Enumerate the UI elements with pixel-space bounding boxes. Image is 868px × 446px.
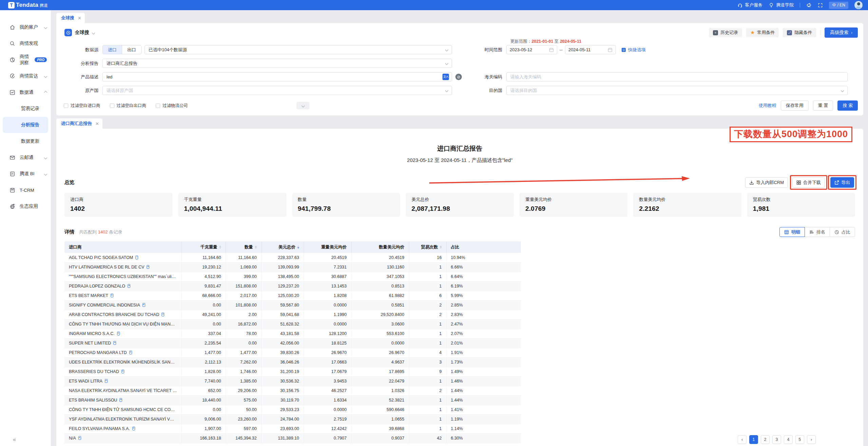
company-profile-icon[interactable] [105, 379, 108, 383]
sidebar-item-my-account[interactable]: 我的账户 [0, 19, 51, 35]
view-proportion-button[interactable]: 占比 [830, 227, 855, 237]
history-button[interactable]: ≡ 历史记录 [709, 28, 742, 37]
tab-global-search[interactable]: 全球搜 ✕ [56, 13, 85, 23]
cell-pct: 2.85% [446, 300, 521, 310]
sidebar-item-tcrm[interactable]: T-CRM [0, 182, 51, 198]
sidebar-item-insight[interactable]: 商情洞察 PRO [0, 52, 51, 68]
academy-button[interactable]: 腾道学院 [769, 2, 794, 8]
sidebar-collapse-button[interactable]: « [13, 436, 16, 443]
cell-kg: 19,230.12 [182, 262, 226, 272]
cell-kg_avg: 26.9670 [304, 348, 351, 357]
sort-icon[interactable] [440, 246, 442, 249]
table-row: SIGNIFY COMMERCIAL INDONESIA0.00101,808.… [64, 300, 521, 310]
company-profile-icon[interactable] [128, 284, 130, 288]
export-toggle[interactable]: 出口 [122, 45, 141, 54]
stat-card: 美元总价2,087,171.98 [406, 193, 514, 217]
page-button-3[interactable]: 3 [772, 435, 781, 444]
sidebar-item-radar[interactable]: 商情雷达 [0, 68, 51, 84]
filter-logistics-checkbox[interactable]: 过滤物流公司 [156, 103, 188, 109]
sidebar-item-discovery[interactable]: 商情发现 [0, 35, 51, 52]
sidebar-item-eco-apps[interactable]: 生态应用 [0, 198, 51, 215]
company-profile-icon[interactable] [147, 265, 149, 269]
company-profile-icon[interactable] [162, 313, 164, 316]
sidebar-item-analysis-report[interactable]: 分析报告 [3, 117, 48, 133]
close-icon[interactable]: ✕ [95, 121, 99, 126]
merge-download-button[interactable]: 合并下载 [792, 177, 825, 188]
company-profile-icon[interactable] [113, 341, 116, 345]
avatar[interactable] [854, 1, 863, 9]
sidebar-item-cloud-mail[interactable]: 云邮通 [0, 149, 51, 166]
company-profile-icon[interactable] [121, 370, 124, 373]
collapse-form-button[interactable] [297, 102, 309, 109]
export-button[interactable]: 导出 [830, 177, 854, 188]
announcement-button[interactable] [806, 2, 812, 8]
column-header-kg[interactable]: 千克重量 [182, 241, 226, 253]
page-button-1[interactable]: 1 [749, 435, 758, 444]
checkbox[interactable] [156, 104, 160, 108]
translate-icon[interactable]: 文A [442, 74, 449, 80]
page-button-5[interactable]: 5 [795, 435, 804, 444]
quick-options-link[interactable]: 快捷选项 [621, 47, 646, 53]
logo-cn-text: 腾道 [40, 3, 48, 8]
report-type-select[interactable]: 进口商汇总报告 [102, 59, 452, 68]
cell-usd: 39,830.26 [261, 348, 304, 357]
reset-button[interactable]: 重 置 [813, 100, 833, 111]
sort-icon[interactable] [255, 246, 257, 249]
view-detail-button[interactable]: 明细 [779, 227, 805, 237]
sort-icon[interactable] [219, 246, 221, 249]
sidebar-item-trade-records[interactable]: 贸易记录 [0, 100, 51, 117]
language-toggle[interactable]: 中 / EN [829, 2, 848, 9]
date-to-input[interactable]: 2024-05-11 [565, 45, 616, 54]
overview-label: 总览 [64, 179, 74, 186]
company-profile-icon[interactable] [143, 303, 145, 307]
cell-qty: 1,477.00 [226, 348, 261, 357]
product-desc-input[interactable]: led 文A ⊘ [102, 72, 452, 81]
cell-kg: 0.00 [182, 405, 226, 414]
filter-blank-exporter-checkbox[interactable]: 过滤空白出口商 [110, 103, 147, 109]
company-profile-icon[interactable] [111, 294, 113, 297]
column-header-kg_avg: 重量美元均价 [304, 241, 351, 253]
import-toggle[interactable]: 进口 [103, 45, 122, 54]
advanced-search-button[interactable]: 高级搜索 › [825, 27, 858, 38]
tab-importer-summary-report[interactable]: 进口商汇总报告 ✕ [56, 118, 102, 129]
checkbox[interactable] [64, 104, 68, 108]
calendar-icon [608, 48, 612, 52]
hs-code-input[interactable]: 请输入海关编码 [506, 72, 848, 81]
sidebar-item-bi[interactable]: 腾道 BI [0, 166, 51, 182]
sidebar-item-datatong[interactable]: 数据通 [0, 84, 51, 100]
page-button-2[interactable]: 2 [761, 435, 770, 444]
customer-service-button[interactable]: 客户服务 [737, 2, 762, 8]
data-source-select[interactable]: 已选中104个数据源 [145, 45, 452, 54]
company-profile-icon[interactable] [78, 436, 81, 440]
close-icon[interactable]: ✕ [78, 16, 81, 21]
tutorial-link[interactable]: 使用教程 [759, 103, 776, 109]
favorite-conditions-button[interactable]: ★ 常用条件 [746, 28, 779, 37]
scope-selector[interactable]: 全球搜 [62, 29, 95, 36]
column-header-usd[interactable]: 美元总价 [261, 241, 304, 253]
page-button-›[interactable]: › [807, 435, 816, 444]
view-ranking-button[interactable]: 排名 [805, 227, 830, 237]
page-button-4[interactable]: 4 [784, 435, 793, 444]
sidebar-item-data-update[interactable]: 数据更新 [0, 133, 51, 149]
company-profile-icon[interactable] [132, 427, 135, 430]
save-conditions-button[interactable]: 保存常用 [781, 100, 809, 111]
import-to-crm-button[interactable]: 导入内部CRM [745, 177, 788, 188]
filter-blank-importer-checkbox[interactable]: 过滤空白进口商 [64, 103, 100, 109]
page-button-‹[interactable]: ‹ [738, 435, 747, 444]
company-profile-icon[interactable] [135, 256, 138, 259]
column-header-qty[interactable]: 数量 [226, 241, 261, 253]
sidebar-item-label: 云邮通 [20, 154, 34, 161]
fullscreen-button[interactable] [818, 3, 823, 8]
cell-qty: 29,206.00 [226, 386, 261, 395]
company-profile-icon[interactable] [129, 351, 132, 354]
sort-icon[interactable] [297, 246, 299, 249]
dest-country-select[interactable]: 请选择目的国 [506, 86, 848, 95]
company-profile-icon[interactable] [117, 332, 120, 335]
company-profile-icon[interactable] [119, 398, 122, 402]
column-header-times[interactable]: 贸易次数 [409, 241, 446, 253]
checkbox[interactable] [110, 104, 114, 108]
date-from-input[interactable]: 2023-05-12 [506, 45, 557, 54]
hide-conditions-button[interactable]: ⤢ 隐藏条件 [783, 28, 816, 37]
search-button[interactable]: 搜 索 [837, 100, 858, 111]
origin-country-select[interactable]: 请选择原产国 [102, 86, 452, 95]
